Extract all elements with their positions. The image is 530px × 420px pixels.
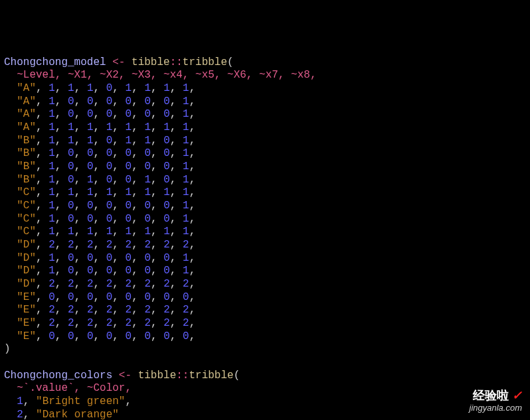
line: Chongchong_colors <- tibble::tribble(: [4, 370, 240, 382]
paren: (: [234, 370, 240, 382]
paren: (: [227, 56, 234, 68]
object-name: Chongchong_colors: [4, 370, 112, 382]
check-icon: ✓: [512, 389, 522, 402]
dcolon: ::: [176, 370, 189, 382]
header-row: ~Level, ~X1, ~X2, ~X3, ~x4, ~x5, ~X6, ~x…: [4, 69, 316, 81]
color-rows: 1, "Bright green", 2, "Dark orange": [4, 395, 132, 420]
watermark-title: 经验啦 ✓: [470, 388, 523, 403]
assign-op: <-: [112, 370, 137, 382]
dcolon: ::: [170, 56, 183, 68]
fn: tribble: [189, 370, 233, 382]
watermark: 经验啦 ✓ jingyanla.com: [470, 388, 523, 413]
object-name: Chongchong_model: [4, 56, 106, 68]
pkg: tibble: [132, 56, 170, 68]
code-block: Chongchong_model <- tibble::tribble( ~Le…: [4, 56, 526, 420]
close-paren: ): [4, 343, 11, 355]
fn: tribble: [183, 56, 227, 68]
header-row: ~`.value`, ~Color,: [4, 382, 132, 394]
line: Chongchong_model <- tibble::tribble(: [4, 56, 234, 68]
data-rows: "A", 1, 1, 1, 0, 1, 1, 1, 1, "A", 1, 0, …: [4, 82, 195, 342]
watermark-url: jingyanla.com: [470, 403, 523, 413]
pkg: tibble: [138, 370, 177, 382]
assign-op: <-: [106, 56, 132, 68]
